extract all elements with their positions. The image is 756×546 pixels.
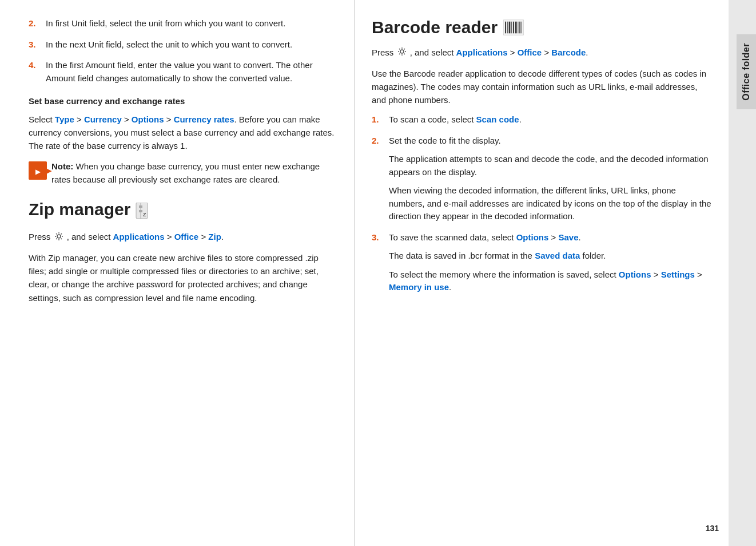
svg-rect-15 [515,22,517,34]
svg-text:Z: Z [143,212,146,217]
list-item: 1. To scan a code, select Scan code. [372,113,711,126]
memory-link: Memory in use [389,282,449,292]
barcode-body: Use the Barcode reader application to de… [372,67,711,107]
right-column: Barcode reader Press [355,0,729,546]
zip-press-4: > [198,232,208,242]
svg-point-8 [57,235,61,238]
left-column: 2. In first Unit field, select the unit … [0,0,355,546]
item-text: To scan a code, select Scan code. [389,113,711,126]
currency-link4: Currency rates [174,114,234,124]
currency-text-2: > [74,114,84,124]
zip-press-1: Press [29,232,53,242]
item-number: 4. [29,59,42,72]
item-sub2: When viewing the decoded information, th… [389,184,711,223]
zip-section-title: Zip manager Z [29,196,337,222]
press-link2: Office [518,48,542,57]
zip-link1: Applications [113,232,165,242]
zip-press-2: , and select [67,232,113,242]
item-text: In the first Amount field, enter the val… [46,59,337,85]
saved-data-link: Saved data [535,251,580,260]
options-link: Options [516,232,549,242]
settings-link: Settings [661,270,695,279]
svg-rect-10 [505,22,506,34]
currency-text-3: > [122,114,132,124]
item-text-3a: To save the scanned data, select [389,232,516,242]
item-sub1: The application attempts to scan and dec… [389,153,711,179]
item-number: 3. [372,231,385,244]
svg-rect-12 [509,22,511,34]
gear-icon-right [397,46,407,60]
section-heading: Set base currency and exchange rates [29,95,337,108]
currency-link3: Options [132,114,164,124]
list-item: 2. In first Unit field, select the unit … [29,17,337,30]
sub3a-text1: The data is saved in .bcr format in the [389,251,535,260]
zip-icon: Z [135,201,151,218]
svg-rect-14 [513,22,514,34]
options-link2: Options [619,270,651,279]
svg-rect-17 [519,22,520,34]
svg-rect-5 [139,205,142,208]
item-text: In the next Unit field, select the unit … [46,38,337,52]
sub3b-text1: To select the memory where the informati… [389,270,619,279]
press-link3: Barcode [551,48,586,57]
tab-sidebar: Office folder [729,0,756,546]
sub3a-text2: folder. [580,251,606,260]
note-icon: ▶ [29,161,47,180]
zip-body: With Zip manager, you can create new arc… [29,251,337,304]
list-item: 3. In the next Unit field, select the un… [29,38,337,52]
zip-press-line: Press , and select Applications > Office… [29,230,337,244]
barcode-press-line: Press , and select Applications > Office… [372,46,711,60]
press-link1: Applications [456,48,508,57]
press-2: , and select [410,48,456,57]
item-text: To save the scanned data, select Options… [389,231,711,294]
item-text-2: . [519,114,522,124]
svg-rect-13 [511,22,512,34]
svg-rect-6 [139,210,142,212]
sub3b-text3: > [695,270,702,279]
item-text: Set the code to fit the display. The app… [389,134,711,223]
scan-code-link: Scan code [476,114,519,124]
zip-link3: Zip [208,232,221,242]
item-number: 1. [372,113,385,126]
save-link: Save [558,232,578,242]
item-main-text: Set the code to fit the display. [389,136,501,145]
item-sub3b: To select the memory where the informati… [389,268,711,294]
page-number: 131 [706,523,719,535]
item-number: 2. [29,17,42,30]
press-5: . [586,48,588,57]
zip-title-text: Zip manager [29,196,130,222]
item-text-3c: . [578,232,580,242]
gear-icon [54,231,63,244]
press-1: Press [372,48,396,57]
item-number: 3. [29,38,42,52]
svg-point-19 [400,50,404,53]
note-content: Note: When you change base currency, you… [51,160,337,186]
barcode-icon [503,19,524,35]
list-item: 2. Set the code to fit the display. The … [372,134,711,223]
currency-paragraph: Select Type > Currency > Options > Curre… [29,113,337,153]
currency-text-1: Select [29,114,55,124]
zip-link2: Office [174,232,199,242]
currency-link1: Type [55,114,74,124]
sub3b-text2: > [651,270,661,279]
barcode-title: Barcode reader [372,17,711,38]
sub3b-text4: . [449,282,451,292]
note-label: Note: [51,161,73,171]
tab-label: Office folder [737,34,756,109]
list-item: 4. In the first Amount field, enter the … [29,59,337,85]
item-text: In first Unit field, select the unit fro… [46,17,337,30]
item-number: 2. [372,134,385,148]
zip-press-3: > [165,232,174,242]
item-text-1: To scan a code, select [389,114,476,124]
currency-text-4: > [164,114,174,124]
zip-press-5: . [221,232,224,242]
barcode-title-text: Barcode reader [372,17,498,38]
list-item: 3. To save the scanned data, select Opti… [372,231,711,294]
svg-rect-18 [522,22,522,34]
note-box: ▶ Note: When you change base currency, y… [29,160,337,186]
press-4: > [542,48,551,57]
currency-link2: Currency [84,114,122,124]
item-text-3b: > [548,232,558,242]
press-3: > [508,48,518,57]
svg-rect-11 [507,22,508,34]
